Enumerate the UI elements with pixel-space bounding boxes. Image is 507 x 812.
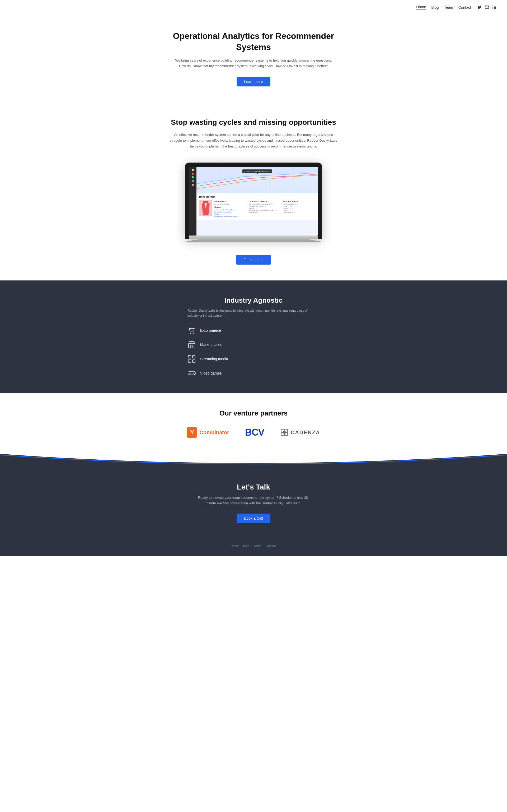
industry-section: Industry Agnostic Rubber Ducky Labs is d… [0,281,507,393]
svg-rect-15 [188,360,191,362]
industry-label: Streaming media [200,357,228,361]
industry-label: E-commerce [200,328,221,333]
generated-scores-label: Generated Scores [249,200,281,202]
lets-talk-title: Let's Talk [11,483,496,491]
waste-description: An effective recommender system can be a… [169,132,338,149]
lets-talk-description: Ready to elevate your team's recommender… [195,495,312,506]
partners-logos: Y Combinator BCV CADENZA [11,427,496,438]
svg-rect-13 [188,356,191,358]
bcv-partner: BCV [245,427,264,438]
svg-marker-8 [202,203,210,215]
footer-link-home[interactable]: Home [230,544,239,548]
twitter-icon[interactable] [477,5,482,10]
industry-label: Video games [200,371,222,375]
footer-link-blog[interactable]: Blog [243,544,249,548]
store-icon [187,341,196,349]
nav-link-contact[interactable]: Contact [458,5,471,9]
stages-label: Stages [214,206,247,208]
waste-title: Stop wasting cycles and missing opportun… [169,118,338,126]
interactions-label: Interactions [214,200,247,202]
cart-icon [187,326,196,335]
laptop-mockup: engagement optimization screen Item Deta… [185,162,322,242]
footer-links: Home Blog Team Contact [11,544,496,548]
partners-title: Our venture partners [11,409,496,417]
svg-rect-7 [203,201,208,203]
svg-rect-14 [192,356,195,358]
industry-label: Marketplaces [200,343,222,347]
nav-links: Home Blog Team Contact [416,5,471,10]
svg-rect-11 [188,344,195,348]
yc-logo: Y [187,427,197,438]
chart-popup: engagement optimization screen [242,169,272,173]
svg-point-0 [493,5,493,6]
bcv-text: BCV [245,427,264,438]
footer: Home Blog Team Contact [0,539,507,556]
svg-rect-12 [191,345,193,348]
list-item: Marketplaces [187,341,320,349]
partners-section: Our venture partners Y Combinator BCV CA… [0,393,507,454]
svg-point-20 [194,374,195,375]
navbar: Home Blog Team Contact [0,0,507,15]
item-details-title: Item Details [199,195,315,199]
book-call-button[interactable]: Book a Call [237,514,270,523]
yc-partner: Y Combinator [187,427,229,438]
laptop-sidebar [189,167,196,236]
cadenza-text: CADENZA [291,429,320,436]
list-item: Streaming media [187,355,320,363]
hero-title: Operational Analytics for Recommender Sy… [172,31,335,53]
list-item: E-commerce [187,326,320,335]
item-attributes-label: Item Attributes [283,200,315,202]
svg-point-19 [193,373,194,374]
list-item: Video games [187,369,320,377]
hero-description: We bring years of experience building re… [172,58,335,69]
footer-link-team[interactable]: Team [254,544,262,548]
nav-link-team[interactable]: Team [444,5,453,9]
get-in-touch-button[interactable]: Get in touch [236,255,271,265]
grid-icon [187,355,196,363]
cadenza-icon [280,428,289,437]
cadenza-partner: CADENZA [280,428,320,437]
nav-link-blog[interactable]: Blog [431,5,439,9]
email-icon[interactable] [485,5,489,10]
svg-point-9 [190,333,191,334]
nav-link-home[interactable]: Home [416,5,426,10]
learn-more-button[interactable]: Learn more [237,77,270,87]
yc-text: Combinator [200,429,229,436]
svg-rect-16 [192,360,195,362]
nav-icons [477,5,496,10]
industry-description: Rubber Ducky Labs is designed to integra… [187,308,320,318]
hero-section: Operational Analytics for Recommender Sy… [0,15,507,102]
item-image [199,200,212,216]
industry-title: Industry Agnostic [187,296,320,305]
footer-link-contact[interactable]: Contact [266,544,277,548]
waste-section: Stop wasting cycles and missing opportun… [0,102,507,281]
laptop-chart-area: engagement optimization screen Item Deta… [196,167,318,236]
linkedin-icon[interactable] [492,5,496,10]
lets-talk-section: Let's Talk Ready to elevate your team's … [0,454,507,539]
gamepad-icon [187,369,196,377]
svg-point-10 [193,333,194,334]
item-details-section: Item Details [196,193,318,220]
industry-list: E-commerce Marketplaces Strea [187,326,320,377]
